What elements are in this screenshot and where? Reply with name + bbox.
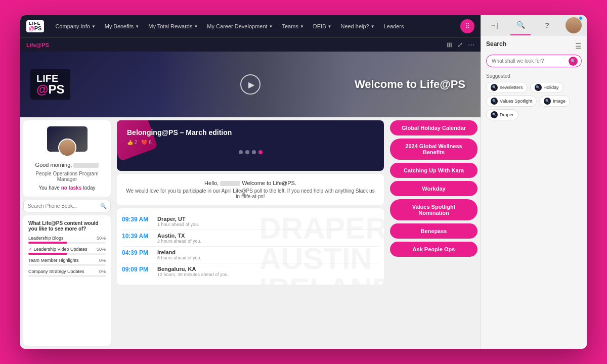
heart-count: ❤️ 6 bbox=[141, 140, 151, 145]
center-column: Belonging@PS – March edition 👍 2 ❤️ 6 bbox=[114, 117, 387, 349]
poll-title: What Life@PS content would you like to s… bbox=[28, 220, 106, 232]
quick-link-global-holiday[interactable]: Global Holiday Calendar bbox=[390, 120, 478, 135]
panel-tab-user[interactable] bbox=[563, 15, 584, 35]
chip-search-icon: 🔍 bbox=[491, 111, 498, 118]
play-icon: ▶ bbox=[248, 80, 254, 89]
dot-1[interactable] bbox=[239, 150, 243, 154]
search-input-wrap: 🔍 bbox=[486, 55, 582, 67]
chip-search-icon: 🔍 bbox=[544, 98, 551, 105]
notification-dot bbox=[579, 16, 583, 20]
dot-2[interactable] bbox=[245, 150, 249, 154]
profile-tasks: You have no tasks today bbox=[39, 185, 96, 191]
dot-3[interactable] bbox=[252, 150, 256, 154]
chip-newsletters[interactable]: 🔍 newsletters bbox=[486, 82, 528, 93]
quick-link-values-spotlight[interactable]: Values Spotlight Nomination bbox=[390, 199, 478, 220]
chevron-icon: ▼ bbox=[328, 24, 332, 29]
tz-row-4: 09:09 PM Bengaluru, KA 12 hours, 30 minu… bbox=[122, 263, 379, 280]
phonebook-search-input[interactable] bbox=[28, 203, 98, 209]
nav-item-deib[interactable]: DEIB ▼ bbox=[310, 21, 335, 31]
suggested-label: Suggested bbox=[486, 73, 582, 79]
nav-item-career-dev[interactable]: My Career Development ▼ bbox=[204, 21, 276, 31]
tz-time-1: 09:39 AM bbox=[122, 216, 152, 223]
nav-item-teams[interactable]: Teams ▼ bbox=[279, 21, 307, 31]
chip-search-icon: 🔍 bbox=[491, 98, 498, 105]
filter-icon[interactable]: ☰ bbox=[575, 42, 582, 50]
chevron-icon: ▼ bbox=[269, 24, 273, 29]
quick-link-wellness[interactable]: 2024 Global Wellness Benefits bbox=[390, 139, 478, 160]
quick-link-benepass[interactable]: Benepass bbox=[390, 223, 478, 239]
panel-tab-search[interactable]: 🔍 bbox=[510, 15, 531, 35]
search-submit-icon[interactable]: 🔍 bbox=[569, 57, 578, 66]
main-content: LIFE @ PS Company Info ▼ My Benefits ▼ bbox=[20, 15, 587, 349]
tz-row-2: 10:39 AM Austin, TX 2 hours ahead of you… bbox=[122, 230, 379, 247]
tz-offset-1: 1 hour ahead of you. bbox=[157, 222, 199, 227]
subnav-brand[interactable]: Life@PS bbox=[26, 42, 49, 48]
chip-holiday[interactable]: 🔍 Holiday bbox=[530, 82, 563, 93]
tz-location-4: Bengaluru, KA bbox=[157, 266, 229, 272]
belonging-card: Belonging@PS – March edition 👍 2 ❤️ 6 bbox=[117, 120, 384, 171]
hello-name-blurred bbox=[220, 181, 240, 186]
search-panel: Search ☰ 🔍 Suggested 🔍 newsletters 🔍 Hol… bbox=[481, 35, 587, 349]
chevron-icon: ▼ bbox=[92, 24, 96, 29]
suggested-chips: 🔍 newsletters 🔍 Holiday 🔍 Values Spotlig… bbox=[486, 82, 582, 120]
poll-item-1: Leadership Blogs 50% bbox=[28, 236, 106, 244]
panel-tabs: →| 🔍 ? bbox=[481, 15, 587, 35]
hello-desc: We would love for you to participate in … bbox=[125, 188, 376, 199]
reaction-count: 👍 2 bbox=[127, 140, 137, 145]
dot-4[interactable] bbox=[258, 150, 263, 154]
grid-view-icon[interactable]: ⊞ bbox=[447, 41, 452, 49]
logo-box: LIFE @ PS bbox=[26, 20, 44, 32]
logo-ps: PS bbox=[34, 26, 42, 31]
carousel-dots bbox=[127, 150, 374, 154]
nav-item-my-benefits[interactable]: My Benefits ▼ bbox=[102, 21, 142, 31]
panel-tab-help[interactable]: ? bbox=[537, 15, 557, 35]
tz-offset-4: 12 hours, 30 minutes ahead of you. bbox=[157, 272, 229, 277]
share-icon[interactable]: ⤢ bbox=[457, 41, 463, 49]
nav-item-company-info[interactable]: Company Info ▼ bbox=[52, 21, 98, 31]
hero-logo: LIFE @ PS bbox=[30, 69, 70, 100]
left-column: Good morning, People Operations Program … bbox=[20, 117, 114, 349]
hello-text: Hello, Welcome to Life@PS. bbox=[125, 180, 376, 186]
hello-section: Hello, Welcome to Life@PS. We would love… bbox=[117, 174, 384, 205]
navbar: LIFE @ PS Company Info ▼ My Benefits ▼ bbox=[20, 15, 481, 37]
profile-image-area bbox=[47, 126, 88, 152]
chip-draper[interactable]: 🔍 Draper bbox=[486, 109, 518, 120]
grid-button[interactable]: ⠿ bbox=[460, 19, 474, 33]
quick-link-catching-up-kara[interactable]: Catching Up With Kara bbox=[390, 163, 478, 178]
chip-values-spotlight[interactable]: 🔍 Values Spotlight bbox=[486, 96, 537, 107]
chevron-icon: ▼ bbox=[135, 24, 139, 29]
quick-links-column: Global Holiday Calendar 2024 Global Well… bbox=[387, 117, 481, 349]
search-input[interactable] bbox=[486, 55, 582, 67]
phonebook-search: 🔍 bbox=[23, 200, 111, 212]
hero-play-button[interactable]: ▶ bbox=[240, 74, 261, 95]
tz-time-2: 10:39 AM bbox=[122, 233, 152, 240]
tz-row-1: 09:39 AM Draper, UT 1 hour ahead of you. bbox=[122, 213, 379, 230]
profile-name-blurred bbox=[73, 163, 99, 168]
nav-item-need-help[interactable]: Need help? ▼ bbox=[337, 21, 377, 31]
poll-item-3[interactable]: Team Member Highlights 0% bbox=[28, 258, 106, 266]
chip-image[interactable]: 🔍 image bbox=[539, 96, 570, 107]
logo-at: @ bbox=[29, 26, 34, 31]
grid-icon: ⠿ bbox=[465, 23, 470, 30]
logo-area[interactable]: LIFE @ PS bbox=[26, 20, 44, 32]
more-options-icon[interactable]: ⋯ bbox=[468, 41, 474, 49]
nav-item-total-rewards[interactable]: My Total Rewards ▼ bbox=[145, 21, 201, 31]
quick-link-ask-people-ops[interactable]: Ask People Ops bbox=[390, 242, 478, 257]
profile-card: Good morning, People Operations Program … bbox=[23, 120, 111, 197]
tz-location-1: Draper, UT bbox=[157, 216, 199, 222]
quick-link-workday[interactable]: Workday bbox=[390, 181, 478, 196]
help-icon: ? bbox=[545, 21, 549, 29]
poll-item-4[interactable]: Company Strategy Updates 0% bbox=[28, 269, 106, 277]
content-area: Good morning, People Operations Program … bbox=[20, 117, 481, 349]
tz-offset-3: 8 hours ahead of you. bbox=[157, 255, 201, 260]
search-icon: 🔍 bbox=[516, 21, 525, 29]
tasks-link[interactable]: no tasks bbox=[61, 185, 82, 191]
tz-time-3: 04:39 PM bbox=[122, 249, 152, 256]
hero-title: Welcome to Life@PS bbox=[355, 78, 465, 91]
poll-item-2[interactable]: ✓ Leadership Video Updates 50% bbox=[28, 247, 106, 255]
search-panel-header: Search ☰ bbox=[486, 40, 582, 52]
panel-tab-collapse[interactable]: →| bbox=[484, 15, 504, 35]
chip-search-icon: 🔍 bbox=[491, 84, 498, 91]
nav-item-leaders[interactable]: Leaders bbox=[381, 21, 407, 31]
poll-card: What Life@PS content would you like to s… bbox=[23, 215, 111, 346]
